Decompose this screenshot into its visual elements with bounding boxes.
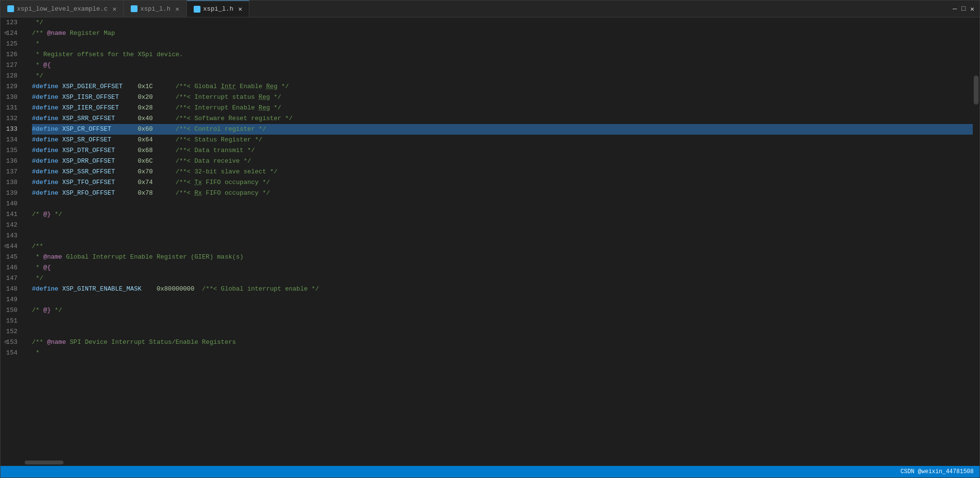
close-button[interactable]: ✕ bbox=[969, 5, 976, 12]
fold-icon[interactable]: ⊖ bbox=[4, 241, 7, 252]
scrollbar-thumb-v[interactable] bbox=[974, 76, 979, 105]
code-line: #define XSP_DTR_OFFSET 0x68 /**< Data tr… bbox=[32, 145, 973, 156]
fold-icon[interactable]: ⊖ bbox=[4, 28, 7, 39]
code-line: * Register offsets for the XSpi device. bbox=[32, 49, 973, 60]
line-numbers: 123⊖124125126127128129130131132133134135… bbox=[0, 17, 27, 459]
line-number: 127 bbox=[4, 60, 21, 71]
code-line: * bbox=[32, 39, 973, 49]
code-line: #define XSP_SSR_OFFSET 0x70 /**< 32-bit … bbox=[32, 167, 973, 177]
tab-close-button[interactable]: ✕ bbox=[238, 5, 242, 13]
code-line: #define XSP_GINTR_ENABLE_MASK 0x80000000… bbox=[32, 284, 973, 294]
code-line: */ bbox=[32, 71, 973, 81]
code-line: #define XSP_SR_OFFSET 0x64 /**< Status R… bbox=[32, 135, 973, 145]
code-area[interactable]: *//** @name Register Map * * Register of… bbox=[27, 17, 973, 459]
line-number: 151 bbox=[4, 316, 21, 326]
code-line: /** @name Register Map bbox=[32, 28, 973, 39]
line-number: 145 bbox=[4, 252, 21, 262]
line-number: 132 bbox=[4, 113, 21, 124]
code-line: #define XSP_DGIER_OFFSET 0x1C /**< Globa… bbox=[32, 81, 973, 92]
line-number: 130 bbox=[4, 92, 21, 103]
status-text: CSDN @weixin_44781508 bbox=[901, 468, 974, 475]
code-line: */ bbox=[32, 17, 973, 28]
code-line: #define XSP_SRR_OFFSET 0x40 /**< Softwar… bbox=[32, 113, 973, 124]
maximize-button[interactable]: □ bbox=[960, 5, 967, 12]
tab-label: xspi_l.h bbox=[203, 5, 233, 13]
line-number: ⊖144 bbox=[4, 241, 21, 252]
line-number: 128 bbox=[4, 71, 21, 81]
code-line bbox=[32, 231, 973, 241]
line-number: 139 bbox=[4, 188, 21, 199]
fold-icon[interactable]: ⊖ bbox=[4, 337, 7, 348]
code-line bbox=[32, 220, 973, 231]
code-line bbox=[32, 326, 973, 337]
line-number: 123 bbox=[4, 17, 21, 28]
code-line: * @{ bbox=[32, 262, 973, 273]
editor-main: 123⊖124125126127128129130131132133134135… bbox=[0, 17, 980, 466]
code-line: #define XSP_RFO_OFFSET 0x78 /**< Rx FIFO… bbox=[32, 188, 973, 199]
line-number: 138 bbox=[4, 177, 21, 188]
code-line: * @name Global Interrupt Enable Register… bbox=[32, 252, 973, 262]
line-number: 140 bbox=[4, 199, 21, 209]
line-number: 135 bbox=[4, 145, 21, 156]
line-number: 134 bbox=[4, 135, 21, 145]
code-line bbox=[32, 199, 973, 209]
vertical-scrollbar[interactable] bbox=[973, 17, 980, 459]
line-number: 125 bbox=[4, 39, 21, 49]
file-icon bbox=[194, 6, 200, 13]
line-number: 131 bbox=[4, 103, 21, 113]
tab-close-button[interactable]: ✕ bbox=[175, 5, 179, 13]
line-number: 133 bbox=[4, 124, 21, 135]
code-line bbox=[32, 294, 973, 305]
tab-bar: xspi_low_level_example.c✕xspi_l.h✕xspi_l… bbox=[0, 0, 249, 17]
line-number: 137 bbox=[4, 167, 21, 177]
editor-content: 123⊖124125126127128129130131132133134135… bbox=[0, 17, 980, 459]
code-line: #define XSP_IISR_OFFSET 0x20 /**< Interr… bbox=[32, 92, 973, 103]
line-number: 149 bbox=[4, 294, 21, 305]
line-number: 147 bbox=[4, 273, 21, 284]
line-number: 148 bbox=[4, 284, 21, 294]
editor-container: xspi_low_level_example.c✕xspi_l.h✕xspi_l… bbox=[0, 0, 980, 478]
tab-tab1[interactable]: xspi_low_level_example.c✕ bbox=[0, 0, 124, 17]
line-number: 126 bbox=[4, 49, 21, 60]
line-number: 142 bbox=[4, 220, 21, 231]
tab-tab3[interactable]: xspi_l.h✕ bbox=[187, 0, 250, 17]
line-number: 152 bbox=[4, 326, 21, 337]
minimize-button[interactable]: — bbox=[951, 5, 958, 12]
window-controls: — □ ✕ bbox=[951, 5, 980, 12]
line-number: ⊖153 bbox=[4, 337, 21, 348]
line-number: 154 bbox=[4, 348, 21, 358]
line-number: 141 bbox=[4, 209, 21, 220]
code-line: /* @} */ bbox=[32, 209, 973, 220]
code-line: #define XSP_DRR_OFFSET 0x6C /**< Data re… bbox=[32, 156, 973, 167]
line-number: 143 bbox=[4, 231, 21, 241]
line-number: 150 bbox=[4, 305, 21, 316]
code-line: */ bbox=[32, 273, 973, 284]
tab-label: xspi_low_level_example.c bbox=[17, 5, 107, 13]
status-bar: CSDN @weixin_44781508 bbox=[0, 466, 980, 478]
tab-label: xspi_l.h bbox=[140, 5, 170, 13]
code-line: /* @} */ bbox=[32, 305, 973, 316]
code-line: #define XSP_CR_OFFSET 0x60 /**< Control … bbox=[32, 124, 973, 135]
file-icon bbox=[7, 5, 14, 12]
code-line: * @{ bbox=[32, 60, 973, 71]
code-line: #define XSP_IIER_OFFSET 0x28 /**< Interr… bbox=[32, 103, 973, 113]
line-number: 129 bbox=[4, 81, 21, 92]
code-line: * bbox=[32, 348, 973, 358]
scrollbar-thumb-h[interactable] bbox=[25, 461, 63, 464]
line-number: 146 bbox=[4, 262, 21, 273]
code-line: /** bbox=[32, 241, 973, 252]
line-number: 136 bbox=[4, 156, 21, 167]
tab-tab2[interactable]: xspi_l.h✕ bbox=[124, 0, 187, 17]
title-bar: xspi_low_level_example.c✕xspi_l.h✕xspi_l… bbox=[0, 0, 980, 17]
line-number: ⊖124 bbox=[4, 28, 21, 39]
horizontal-scroll[interactable] bbox=[0, 459, 980, 466]
file-icon bbox=[131, 5, 138, 12]
tab-close-button[interactable]: ✕ bbox=[112, 5, 116, 13]
code-line: /** @name SPI Device Interrupt Status/En… bbox=[32, 337, 973, 348]
code-line bbox=[32, 316, 973, 326]
code-line: #define XSP_TFO_OFFSET 0x74 /**< Tx FIFO… bbox=[32, 177, 973, 188]
